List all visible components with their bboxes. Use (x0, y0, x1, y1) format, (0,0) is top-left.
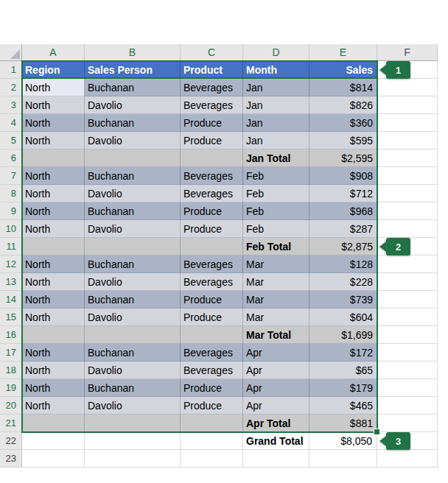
row-header[interactable]: 13 (0, 273, 22, 291)
row-header[interactable]: 20 (0, 397, 22, 415)
column-header[interactable]: E (309, 44, 377, 61)
row-header[interactable]: 17 (0, 344, 22, 362)
cell[interactable]: $287 (309, 220, 377, 238)
cell[interactable]: North (22, 132, 85, 149)
cell[interactable]: Produce (181, 291, 243, 309)
cell[interactable] (181, 238, 243, 255)
cell[interactable] (85, 450, 181, 468)
cell[interactable]: Jan Total (243, 149, 309, 167)
cell[interactable] (377, 362, 438, 379)
cell[interactable]: Produce (181, 379, 243, 397)
cell[interactable]: $128 (309, 255, 377, 273)
cell[interactable] (243, 450, 309, 468)
cell[interactable] (309, 450, 377, 468)
cell[interactable]: $179 (309, 379, 377, 397)
cell[interactable]: Mar (243, 309, 309, 326)
cell[interactable]: Davolio (85, 362, 181, 379)
row-header[interactable]: 19 (0, 379, 22, 397)
cell[interactable]: Product (181, 61, 243, 79)
cell[interactable]: North (22, 379, 85, 397)
cell[interactable]: Beverages (181, 96, 243, 114)
cell[interactable] (377, 255, 438, 273)
cell[interactable]: $908 (309, 167, 377, 185)
cell[interactable]: Produce (181, 202, 243, 220)
row-header[interactable]: 12 (0, 255, 22, 273)
column-header[interactable]: F (377, 44, 438, 61)
select-all-corner[interactable] (0, 44, 22, 61)
cell[interactable]: Beverages (181, 362, 243, 379)
cell[interactable]: Beverages (181, 344, 243, 362)
cell[interactable] (377, 132, 438, 149)
row-header[interactable]: 9 (0, 202, 22, 220)
cell[interactable]: Davolio (85, 220, 181, 238)
cell[interactable]: Mar (243, 273, 309, 291)
cell[interactable]: Buchanan (85, 379, 181, 397)
cell[interactable]: $172 (309, 344, 377, 362)
cell[interactable]: North (22, 185, 85, 202)
cell[interactable]: Feb Total (243, 238, 309, 255)
cell[interactable] (181, 432, 243, 450)
cell[interactable]: North (22, 273, 85, 291)
cell[interactable] (85, 415, 181, 432)
cell[interactable]: North (22, 344, 85, 362)
cell[interactable]: Apr (243, 397, 309, 415)
cell[interactable]: $2,875 (309, 238, 377, 255)
cell[interactable]: Buchanan (85, 202, 181, 220)
cell[interactable]: North (22, 397, 85, 415)
cell[interactable] (377, 273, 438, 291)
cell[interactable]: $739 (309, 291, 377, 309)
row-header[interactable]: 4 (0, 114, 22, 132)
cell[interactable]: Beverages (181, 185, 243, 202)
cell[interactable]: $465 (309, 397, 377, 415)
cell[interactable] (22, 238, 85, 255)
row-header[interactable]: 16 (0, 326, 22, 344)
cell[interactable] (377, 309, 438, 326)
cell[interactable]: Jan (243, 114, 309, 132)
row-header[interactable]: 10 (0, 220, 22, 238)
cell[interactable] (22, 432, 85, 450)
cell[interactable] (377, 344, 438, 362)
cell[interactable] (181, 415, 243, 432)
row-header[interactable]: 11 (0, 238, 22, 255)
cell[interactable] (22, 415, 85, 432)
cell[interactable] (377, 415, 438, 432)
row-header[interactable]: 5 (0, 132, 22, 149)
cell[interactable]: $2,595 (309, 149, 377, 167)
cell[interactable]: North (22, 362, 85, 379)
row-header[interactable]: 15 (0, 309, 22, 326)
row-header[interactable]: 23 (0, 450, 22, 468)
cell[interactable]: Mar (243, 255, 309, 273)
cell[interactable] (85, 432, 181, 450)
cell[interactable]: North (22, 79, 85, 96)
cell[interactable] (377, 220, 438, 238)
cell[interactable]: North (22, 255, 85, 273)
cell[interactable]: North (22, 114, 85, 132)
cell[interactable]: Apr (243, 344, 309, 362)
cell[interactable]: $360 (309, 114, 377, 132)
cell[interactable] (85, 238, 181, 255)
cell[interactable]: Davolio (85, 185, 181, 202)
row-header[interactable]: 6 (0, 149, 22, 167)
row-header[interactable]: 3 (0, 96, 22, 114)
cell[interactable]: Apr (243, 362, 309, 379)
cell[interactable]: Feb (243, 220, 309, 238)
cell[interactable]: North (22, 167, 85, 185)
cell[interactable]: $604 (309, 309, 377, 326)
cell[interactable] (377, 185, 438, 202)
cell[interactable]: Mar Total (243, 326, 309, 344)
row-header[interactable]: 22 (0, 432, 22, 450)
cell[interactable]: Davolio (85, 309, 181, 326)
cell[interactable]: $968 (309, 202, 377, 220)
cell[interactable]: Beverages (181, 255, 243, 273)
cell[interactable]: Produce (181, 114, 243, 132)
cell[interactable]: Sales Person (85, 61, 181, 79)
column-header[interactable]: B (85, 44, 181, 61)
cell[interactable]: North (22, 96, 85, 114)
row-header[interactable]: 2 (0, 79, 22, 96)
cell[interactable]: Feb (243, 167, 309, 185)
cell[interactable]: Buchanan (85, 344, 181, 362)
cell[interactable]: North (22, 309, 85, 326)
cell[interactable]: Beverages (181, 79, 243, 96)
cell[interactable]: Produce (181, 397, 243, 415)
cell[interactable]: $881 (309, 415, 377, 432)
